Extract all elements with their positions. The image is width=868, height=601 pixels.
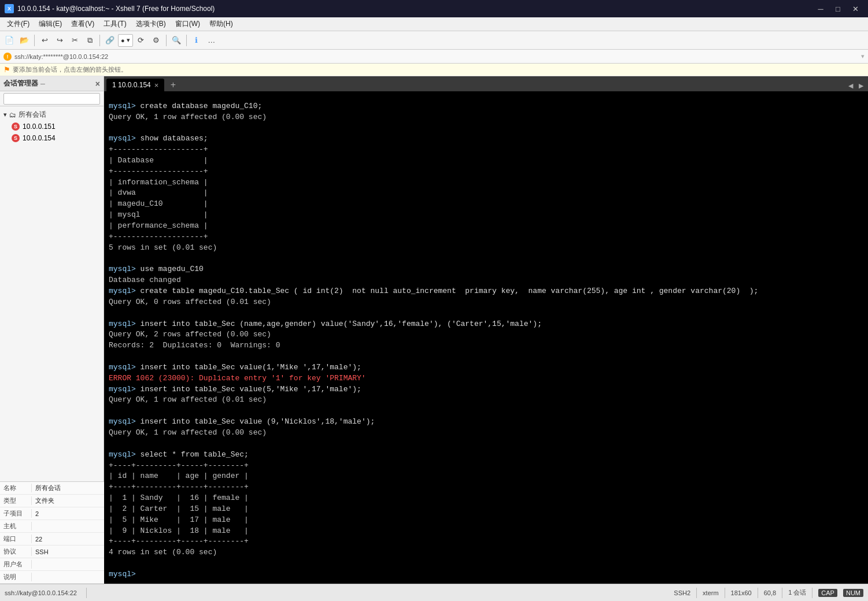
main-area: 会话管理器 ─ × ▾ 🗂 所有会话 S 10.0.0.151 S 10.0.0…: [0, 76, 868, 584]
prop-row-3: 主机: [0, 520, 104, 533]
status-term: xterm: [703, 589, 719, 596]
maximize-button[interactable]: □: [830, 2, 846, 15]
toolbar: 📄 📂 ↩ ↪ ✂ ⧉ 🔗 ● ▾ ⟳ ⚙ 🔍 ℹ …: [0, 31, 868, 50]
ssh-bar-arrow[interactable]: ▾: [861, 53, 865, 60]
toolbar-sep1: [34, 35, 35, 46]
status-bar: ssh://katy@10.0.0.154:22 SSH2 xterm 181x…: [0, 584, 868, 601]
prop-row-6: 用户名: [0, 558, 104, 571]
prop-row-7: 说明: [0, 571, 104, 584]
session-item-1[interactable]: S 10.0.0.151: [0, 121, 104, 132]
status-dimensions: 181x60: [731, 589, 752, 596]
session-pin-button[interactable]: ─: [40, 80, 45, 87]
menu-tools[interactable]: 工具(T): [99, 18, 131, 30]
status-cap-badge: CAP: [818, 589, 837, 597]
menu-help[interactable]: 帮助(H): [205, 18, 238, 30]
prop-value-0: 所有会话: [32, 484, 64, 492]
prop-value-4: 22: [32, 536, 46, 543]
app-icon: X: [5, 4, 14, 13]
menu-view[interactable]: 查看(V): [67, 18, 99, 30]
prop-row-5: 协议 SSH: [0, 546, 104, 558]
session-item-icon-2: S: [12, 134, 20, 142]
menu-window[interactable]: 窗口(W): [171, 18, 205, 30]
session-panel-title: 会话管理器: [3, 79, 38, 88]
prop-label-7: 说明: [0, 573, 32, 581]
prop-row-1: 类型 文件夹: [0, 495, 104, 507]
prop-row-2: 子项目 2: [0, 507, 104, 520]
toolbar-session-dropdown[interactable]: ● ▾: [118, 34, 133, 47]
session-search-input[interactable]: [3, 93, 100, 105]
info-icon: ⚑: [3, 65, 10, 74]
tab-bar: 1 10.0.0.154 × + ◀ ▶: [104, 76, 868, 91]
menu-tabs[interactable]: 选项卡(B): [131, 18, 171, 30]
status-sep-1: [86, 588, 87, 598]
toolbar-open[interactable]: 📂: [17, 34, 31, 47]
toolbar-cut[interactable]: ✂: [68, 34, 82, 47]
status-sep-3: [725, 588, 725, 598]
status-sep-2: [696, 588, 697, 598]
status-protocol: SSH2: [674, 589, 690, 596]
toolbar-sep2: [99, 35, 100, 46]
toolbar-undo[interactable]: ↩: [38, 34, 51, 47]
toolbar-refresh[interactable]: ⟳: [134, 34, 148, 47]
prop-label-4: 端口: [0, 535, 32, 543]
toolbar-search[interactable]: 🔍: [169, 34, 183, 47]
status-right-section: SSH2 xterm 181x60 60,8 1 会话 CAP NUM: [674, 588, 863, 598]
info-bar: ⚑ 要添加当前会话，点击左侧的箭头按钮。: [0, 64, 868, 76]
prop-label-1: 类型: [0, 496, 32, 505]
toolbar-redo[interactable]: ↪: [53, 34, 67, 47]
toolbar-settings[interactable]: ⚙: [149, 34, 163, 47]
prop-label-2: 子项目: [0, 509, 32, 518]
menu-edit[interactable]: 编辑(E): [34, 18, 67, 30]
status-ssh-addr: ssh://katy@10.0.0.154:22: [5, 589, 77, 596]
minimize-button[interactable]: ─: [812, 2, 829, 15]
status-sep-5: [782, 588, 782, 598]
prop-value-5: SSH: [32, 548, 52, 555]
ssh-address: ssh://katy:********@10.0.0.154:22: [14, 53, 108, 60]
menu-file[interactable]: 文件(F): [2, 18, 34, 30]
toolbar-sep4: [186, 35, 187, 46]
terminal-tab-1[interactable]: 1 10.0.0.154 ×: [106, 79, 164, 91]
session-panel-header: 会话管理器 ─ ×: [0, 76, 104, 91]
session-close-button[interactable]: ×: [95, 79, 100, 88]
prop-label-0: 名称: [0, 484, 32, 492]
session-tree-root[interactable]: ▾ 🗂 所有会话: [0, 109, 104, 121]
toolbar-info[interactable]: ℹ: [190, 34, 204, 47]
session-tree: ▾ 🗂 所有会话 S 10.0.0.151 S 10.0.0.154: [0, 106, 104, 481]
tab-close-1[interactable]: ×: [154, 81, 159, 90]
status-sessions: 1 会话: [788, 588, 806, 597]
tab-label-1: 1 10.0.0.154: [112, 81, 151, 89]
prop-value-2: 2: [32, 510, 42, 517]
prop-label-3: 主机: [0, 522, 32, 530]
info-message: 要添加当前会话，点击左侧的箭头按钮。: [13, 65, 127, 74]
prop-value-1: 文件夹: [32, 496, 58, 505]
session-item-label-1: 10.0.0.151: [23, 123, 56, 131]
session-item-icon-1: S: [12, 123, 20, 131]
terminal-area: 1 10.0.0.154 × + ◀ ▶ mysql> drop databas…: [104, 76, 868, 584]
toolbar-new[interactable]: 📄: [2, 34, 16, 47]
ssh-address-bar: ! ssh://katy:********@10.0.0.154:22 ▾: [0, 50, 868, 64]
close-button[interactable]: ✕: [847, 2, 863, 15]
status-num-badge: NUM: [843, 589, 863, 597]
window-title: 10.0.0.154 - katy@localhost:~ - Xshell 7…: [17, 5, 812, 13]
prop-row-0: 名称 所有会话: [0, 482, 104, 495]
session-tree-root-label: 所有会话: [19, 110, 46, 120]
session-panel: 会话管理器 ─ × ▾ 🗂 所有会话 S 10.0.0.151 S 10.0.0…: [0, 76, 104, 584]
status-sep-4: [758, 588, 758, 598]
tab-nav-next[interactable]: ▶: [856, 81, 866, 90]
session-item-label-2: 10.0.0.154: [23, 134, 56, 142]
toolbar-copy[interactable]: ⧉: [83, 34, 97, 47]
prop-row-4: 端口 22: [0, 533, 104, 546]
status-cursor: 60,8: [764, 589, 776, 596]
terminal-content[interactable]: mysql> drop database magedu_C10; Query O…: [104, 91, 868, 584]
toolbar-sep3: [166, 35, 167, 46]
properties-panel: 名称 所有会话 类型 文件夹 子项目 2 主机 端口 22 协议 SSH: [0, 481, 104, 584]
toolbar-more[interactable]: …: [205, 34, 219, 47]
add-tab-button[interactable]: +: [167, 79, 179, 91]
title-bar: X 10.0.0.154 - katy@localhost:~ - Xshell…: [0, 0, 868, 17]
session-search-area: [0, 91, 104, 106]
status-sep-6: [812, 588, 812, 598]
tab-nav-prev[interactable]: ◀: [846, 81, 855, 90]
toolbar-connect[interactable]: 🔗: [103, 34, 117, 47]
session-item-2[interactable]: S 10.0.0.154: [0, 132, 104, 144]
window-controls: ─ □ ✕: [812, 2, 863, 15]
